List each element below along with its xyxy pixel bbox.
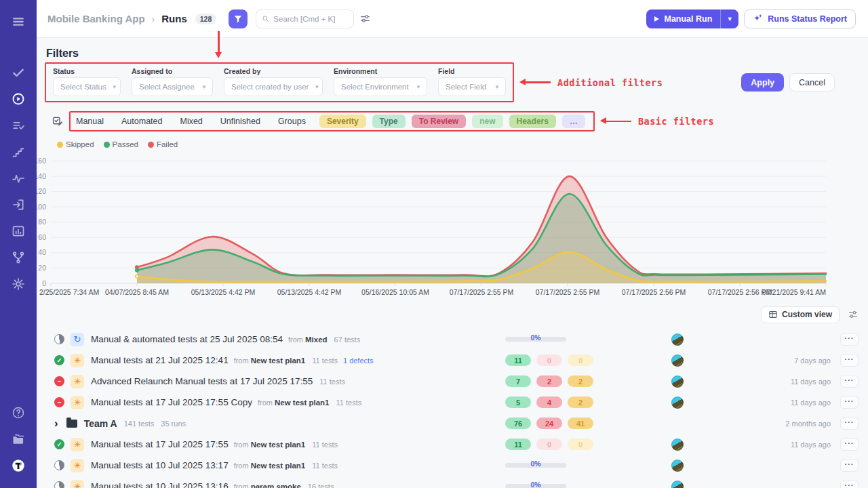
runs-icon[interactable]: [7, 87, 30, 110]
run-title[interactable]: Manual tests at 10 Jul 2025 13:17: [91, 460, 229, 470]
avatar[interactable]: [671, 396, 684, 409]
progress-bar: 0%: [505, 484, 566, 488]
run-title[interactable]: Team A: [84, 418, 117, 429]
settings-icon[interactable]: [7, 272, 30, 296]
run-title[interactable]: Manual & automated tests at 25 Jul 2025 …: [91, 334, 283, 344]
relative-date: 11 days ago: [756, 441, 831, 449]
legend-item-skipped[interactable]: Skipped: [57, 140, 94, 148]
plan-name: New test plan1: [251, 357, 306, 365]
milestones-icon[interactable]: [7, 140, 30, 163]
breadcrumb-project[interactable]: Mobile Banking App: [47, 13, 145, 24]
projects-icon[interactable]: [7, 428, 30, 451]
group-row[interactable]: ›Team A141 tests35 runs7624412 months ag…: [37, 413, 868, 434]
from-label: from: [234, 462, 249, 470]
filter-tag-new[interactable]: new: [472, 115, 502, 128]
basic-filter-automated[interactable]: Automated: [121, 117, 162, 126]
filter-select[interactable]: Select Field▼: [438, 77, 506, 96]
filter-tag-headers[interactable]: Headers: [509, 115, 556, 128]
annotation-arrow-additional: [521, 81, 551, 83]
run-title[interactable]: Manual tests at 21 Jul 2025 12:41: [91, 355, 229, 365]
run-row[interactable]: −✳Manual tests at 17 Jul 2025 17:55 Copy…: [37, 392, 868, 413]
status-failed-icon: −: [54, 376, 64, 386]
row-menu-button[interactable]: ···: [840, 396, 859, 409]
apply-button[interactable]: Apply: [741, 73, 784, 92]
run-title[interactable]: Manual tests at 17 Jul 2025 17:55 Copy: [91, 397, 252, 407]
row-menu-button[interactable]: ···: [840, 438, 859, 451]
branches-icon[interactable]: [7, 246, 30, 269]
run-title[interactable]: Manual tests at 10 Jul 2025 13:16: [91, 481, 229, 488]
cancel-button[interactable]: Cancel: [789, 73, 835, 92]
row-menu-button[interactable]: ···: [840, 459, 859, 472]
row-menu-button[interactable]: ···: [840, 417, 859, 430]
bulk-edit-icon[interactable]: [52, 115, 64, 127]
search-box[interactable]: [256, 9, 354, 28]
analytics-icon[interactable]: [7, 220, 30, 243]
run-source: from New test plan1: [234, 357, 306, 365]
avatar[interactable]: [671, 354, 684, 367]
filter-select[interactable]: Select Assignee▼: [132, 77, 213, 96]
import-icon[interactable]: [7, 193, 30, 216]
run-row[interactable]: ✳Manual tests at 10 Jul 2025 13:16from p…: [37, 476, 868, 488]
status-passed-icon: ✓: [54, 439, 64, 449]
badge-pass: 76: [505, 418, 531, 429]
run-source: from param smoke: [234, 483, 301, 488]
run-title[interactable]: Advanced Relaunch Manual tests at 17 Jul…: [91, 376, 313, 386]
run-row[interactable]: ✓✳Manual tests at 17 Jul 2025 17:55from …: [37, 434, 868, 455]
filter-group-environment: EnvironmentSelect Environment▼: [334, 67, 427, 96]
pulse-icon[interactable]: [7, 167, 30, 190]
svg-text:80: 80: [38, 218, 46, 226]
run-row[interactable]: ✳Manual tests at 10 Jul 2025 13:17from N…: [37, 455, 868, 476]
row-menu-button[interactable]: ···: [840, 354, 859, 367]
filter-tag-toreview[interactable]: To Review: [412, 115, 466, 128]
row-menu-button[interactable]: ···: [840, 480, 859, 488]
tests-count: 11 tests: [312, 462, 338, 470]
filter-tag-severity[interactable]: Severity: [319, 115, 366, 128]
chevron-down-icon: ▼: [201, 84, 207, 90]
run-row[interactable]: −✳Advanced Relaunch Manual tests at 17 J…: [37, 371, 868, 392]
runs-status-report-button[interactable]: Runs Status Report: [744, 9, 856, 28]
search-settings-button[interactable]: [359, 13, 371, 24]
defects-link[interactable]: 1 defects: [343, 357, 374, 365]
test-plans-icon[interactable]: [7, 114, 30, 137]
avatar[interactable]: [671, 460, 684, 472]
avatar[interactable]: [671, 333, 684, 346]
badge-skip: 2: [568, 396, 593, 408]
help-icon[interactable]: [7, 401, 30, 424]
avatar[interactable]: [671, 439, 684, 451]
row-menu-button[interactable]: ···: [840, 375, 859, 388]
basic-filter-manual[interactable]: Manual: [76, 117, 104, 126]
filter-group-created-by: Created bySelect created by user▼: [224, 67, 323, 96]
avatar[interactable]: [671, 375, 684, 388]
runs-chart: 020406080100120140160: [37, 153, 868, 287]
run-title[interactable]: Manual tests at 17 Jul 2025 17:55: [91, 439, 229, 449]
from-label: from: [234, 441, 249, 449]
custom-view-button[interactable]: Custom view: [761, 306, 840, 323]
row-menu-button[interactable]: ···: [840, 333, 859, 346]
manual-run-button[interactable]: Manual Run: [646, 9, 720, 28]
run-row[interactable]: ✓✳Manual tests at 21 Jul 2025 12:41from …: [37, 350, 868, 371]
filter-select[interactable]: Select Environment▼: [334, 77, 427, 96]
filter-toggle-button[interactable]: [229, 9, 248, 28]
legend-item-passed[interactable]: Passed: [104, 140, 138, 148]
legend-item-failed[interactable]: Failed: [148, 140, 178, 148]
manual-run-dropdown[interactable]: ▼: [721, 9, 738, 28]
app-logo[interactable]: [7, 454, 30, 477]
basic-filter-mixed[interactable]: Mixed: [180, 117, 202, 126]
filter-tag-type[interactable]: Type: [372, 115, 406, 128]
sidebar-nav: [7, 59, 30, 297]
basic-filter-groups[interactable]: Groups: [278, 117, 306, 126]
filter-select[interactable]: Select created by user▼: [224, 77, 323, 96]
list-settings-button[interactable]: [848, 309, 859, 320]
additional-filters-box: StatusSelect Status▼Assigned toSelect As…: [45, 62, 514, 102]
tests-icon[interactable]: [7, 61, 30, 84]
expand-chevron-icon[interactable]: ›: [54, 418, 58, 429]
progress-value: 0%: [505, 333, 566, 342]
menu-icon[interactable]: [7, 10, 30, 33]
filter-select[interactable]: Select Status▼: [53, 77, 121, 96]
run-row[interactable]: ↻Manual & automated tests at 25 Jul 2025…: [37, 329, 868, 350]
avatar[interactable]: [671, 481, 684, 488]
basic-filter-unfinished[interactable]: Unfinished: [220, 117, 260, 126]
search-input[interactable]: [273, 15, 348, 23]
chart-legend: SkippedPassedFailed: [57, 140, 868, 149]
filter-tag-[interactable]: …: [562, 115, 585, 128]
